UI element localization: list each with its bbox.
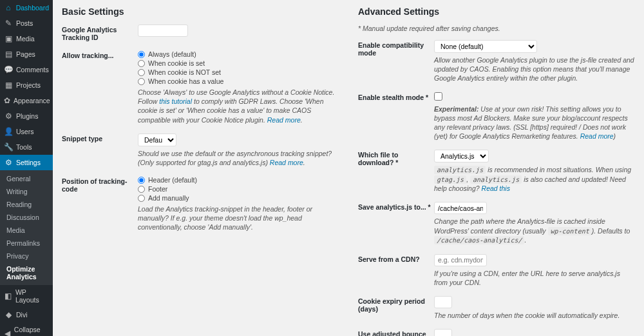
read-more-link[interactable]: Read more bbox=[270, 159, 303, 166]
position-radio-2[interactable] bbox=[138, 195, 145, 202]
file-desc: analytics.js is recommended in most situ… bbox=[434, 165, 635, 193]
tracking-option-label: When cookie has a value bbox=[148, 77, 223, 85]
plugins-icon: ⚙ bbox=[4, 112, 13, 121]
compat-label: Enable compatibility mode bbox=[358, 40, 434, 83]
allow-tracking-desc: Choose 'Always' to use Google Analytics … bbox=[138, 88, 339, 124]
dashboard-icon: ⌂ bbox=[4, 3, 13, 12]
sidebar-item-pages[interactable]: ▤Pages bbox=[0, 46, 53, 62]
read-more-link[interactable]: Read more bbox=[580, 132, 614, 140]
tracking-id-input[interactable] bbox=[138, 25, 188, 37]
collapse-label: Collapse menu bbox=[14, 326, 49, 336]
submenu-reading[interactable]: Reading bbox=[0, 198, 53, 211]
tracking-option-label: Always (default) bbox=[148, 50, 196, 58]
sidebar-item-label: WP Layouts bbox=[15, 288, 49, 304]
submenu-discussion[interactable]: Discussion bbox=[0, 211, 53, 224]
main-content: Basic Settings Google Analytics Tracking… bbox=[53, 0, 644, 336]
sidebar-item-label: Users bbox=[16, 128, 33, 135]
advanced-title: Advanced Settings bbox=[358, 6, 635, 17]
save-path-desc: Change the path where the Analytics-file… bbox=[434, 217, 635, 244]
sidebar-item-divi[interactable]: ◆Divi bbox=[0, 307, 53, 322]
save-path-input[interactable] bbox=[434, 202, 487, 214]
users-icon: 👤 bbox=[4, 127, 13, 136]
submenu-writing[interactable]: Writing bbox=[0, 185, 53, 198]
sidebar-item-settings[interactable]: ⚙Settings bbox=[0, 155, 53, 170]
sidebar-item-label: Projects bbox=[16, 81, 41, 89]
snippet-desc: Should we use the default or the asynchr… bbox=[138, 149, 339, 167]
read-this-link[interactable]: Read this bbox=[482, 184, 510, 192]
sidebar-item-projects[interactable]: ▦Projects bbox=[0, 77, 53, 93]
media-icon: ▣ bbox=[4, 34, 13, 43]
cookie-days-input[interactable] bbox=[434, 296, 452, 308]
submenu-permalinks[interactable]: Permalinks bbox=[0, 237, 53, 250]
settings-submenu: GeneralWritingReadingDiscussionMediaPerm… bbox=[0, 170, 53, 285]
sidebar-item-label: Settings bbox=[16, 159, 41, 166]
file-label: Which file to download? * bbox=[358, 150, 434, 193]
sidebar-item-dashboard[interactable]: ⌂Dashboard bbox=[0, 0, 53, 15]
manual-update-note: * Manual update required after saving ch… bbox=[358, 25, 635, 32]
sidebar-item-posts[interactable]: ✎Posts bbox=[0, 15, 53, 31]
collapse-menu[interactable]: ◀ Collapse menu bbox=[0, 322, 53, 336]
position-option-label: Footer bbox=[148, 185, 167, 193]
wp-layouts-icon: ◧ bbox=[4, 292, 12, 301]
sidebar-item-appearance[interactable]: ✿Appearance bbox=[0, 93, 53, 108]
position-radio-1[interactable] bbox=[138, 186, 145, 193]
cookie-desc: The number of days when the cookie will … bbox=[434, 311, 635, 320]
tutorial-link[interactable]: this tutorial bbox=[159, 97, 192, 105]
tracking-radio-2[interactable] bbox=[138, 69, 145, 76]
sidebar-item-label: Divi bbox=[16, 311, 28, 319]
divi-icon: ◆ bbox=[4, 310, 13, 319]
save-path-label: Save analytics.js to... * bbox=[358, 202, 434, 244]
sidebar-item-comments[interactable]: 💬Comments bbox=[0, 62, 53, 77]
position-radio-0[interactable] bbox=[138, 177, 145, 184]
snippet-type-label: Snippet type bbox=[62, 133, 138, 167]
sidebar-item-label: Posts bbox=[16, 19, 33, 27]
submenu-optimize-analytics[interactable]: Optimize Analytics bbox=[0, 262, 53, 283]
tracking-id-label: Google Analytics Tracking ID bbox=[62, 25, 138, 41]
compat-select[interactable]: None (default) bbox=[434, 40, 537, 53]
collapse-icon: ◀ bbox=[4, 329, 11, 336]
position-option-label: Header (default) bbox=[148, 176, 197, 184]
allow-tracking-label: Allow tracking... bbox=[62, 50, 138, 124]
tracking-option-label: When cookie is NOT set bbox=[148, 68, 221, 76]
file-select[interactable]: Analytics.js (default) bbox=[434, 150, 489, 163]
snippet-type-select[interactable]: Default bbox=[138, 133, 176, 146]
position-option-label: Add manually bbox=[148, 194, 189, 202]
bounce-input[interactable] bbox=[434, 329, 452, 336]
admin-sidebar: ⌂Dashboard✎Posts▣Media▤Pages💬Comments▦Pr… bbox=[0, 0, 53, 336]
basic-settings-column: Basic Settings Google Analytics Tracking… bbox=[62, 6, 339, 336]
stealth-desc: Experimental: Use at your own risk! This… bbox=[434, 104, 635, 141]
tools-icon: 🔧 bbox=[4, 143, 13, 152]
sidebar-item-users[interactable]: 👤Users bbox=[0, 124, 53, 139]
position-desc: Load the Analytics tracking-snippet in t… bbox=[138, 204, 339, 232]
position-label: Position of tracking-code bbox=[62, 176, 138, 232]
sidebar-item-tools[interactable]: 🔧Tools bbox=[0, 139, 53, 155]
sidebar-item-label: Appearance bbox=[14, 97, 50, 104]
sidebar-item-media[interactable]: ▣Media bbox=[0, 31, 53, 46]
sidebar-item-wp-layouts[interactable]: ◧WP Layouts bbox=[0, 285, 53, 307]
submenu-privacy[interactable]: Privacy bbox=[0, 250, 53, 262]
comments-icon: 💬 bbox=[4, 65, 13, 74]
cdn-label: Serve from a CDN? bbox=[358, 254, 434, 287]
settings-icon: ⚙ bbox=[4, 158, 13, 167]
tracking-radio-0[interactable] bbox=[138, 51, 145, 58]
sidebar-item-label: Tools bbox=[16, 143, 32, 151]
appearance-icon: ✿ bbox=[4, 96, 10, 105]
posts-icon: ✎ bbox=[4, 19, 13, 28]
tracking-radio-1[interactable] bbox=[138, 60, 145, 67]
sidebar-item-label: Pages bbox=[16, 50, 35, 58]
stealth-label: Enable stealth mode * bbox=[358, 92, 434, 141]
bounce-label: Use adjusted bounce rate? bbox=[358, 329, 434, 336]
advanced-settings-column: Advanced Settings * Manual update requir… bbox=[358, 6, 635, 336]
stealth-checkbox[interactable] bbox=[434, 92, 442, 101]
sidebar-item-label: Media bbox=[16, 35, 35, 43]
tracking-option-label: When cookie is set bbox=[148, 59, 205, 67]
basic-title: Basic Settings bbox=[62, 6, 339, 17]
submenu-general[interactable]: General bbox=[0, 172, 53, 185]
read-more-link[interactable]: Read more bbox=[267, 116, 301, 124]
sidebar-item-plugins[interactable]: ⚙Plugins bbox=[0, 108, 53, 124]
cdn-input[interactable] bbox=[434, 254, 487, 266]
submenu-media[interactable]: Media bbox=[0, 224, 53, 237]
tracking-radio-3[interactable] bbox=[138, 78, 145, 85]
projects-icon: ▦ bbox=[4, 81, 13, 90]
pages-icon: ▤ bbox=[4, 50, 13, 59]
